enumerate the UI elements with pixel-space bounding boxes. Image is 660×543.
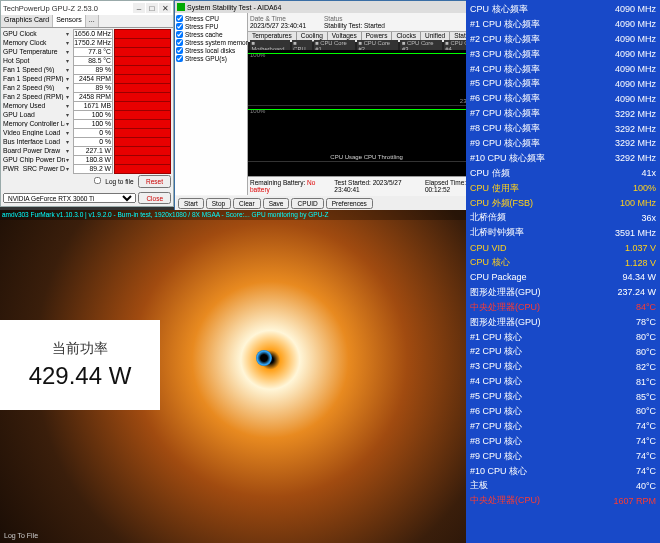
checkbox-icon[interactable]: [176, 55, 183, 62]
sensor-label: Video Engine Load: [3, 129, 65, 136]
chevron-down-icon[interactable]: ▾: [66, 93, 72, 100]
monitor-row: #8 CPU 核心频率3292 MHz: [470, 121, 656, 136]
monitor-row: #1 CPU 核心频率4090 MHz: [470, 17, 656, 32]
mon-value: 4090 MHz: [615, 19, 656, 29]
stop-button[interactable]: Stop: [206, 198, 231, 209]
chevron-down-icon[interactable]: ▾: [66, 75, 72, 82]
monitor-row: #9 CPU 核心频率3292 MHz: [470, 136, 656, 151]
monitor-row: 图形处理器(GPU)78°C: [470, 315, 656, 330]
gpuz-device-select[interactable]: NVIDIA GeForce RTX 3060 Ti: [3, 193, 136, 203]
chevron-down-icon[interactable]: ▾: [66, 48, 72, 55]
mon-value: 237.24 W: [617, 287, 656, 297]
mon-value: 80°C: [636, 347, 656, 357]
furmark-eye-icon: [256, 350, 272, 366]
gpuz-close-button[interactable]: Close: [138, 192, 171, 204]
mon-value: 3292 MHz: [615, 109, 656, 119]
stress-check[interactable]: Stress system memory: [176, 38, 246, 46]
monitor-row: 图形处理器(GPU)237.24 W: [470, 285, 656, 300]
mon-label: 北桥时钟频率: [470, 226, 524, 239]
gpuz-tabs: Graphics Card Sensors ...: [1, 15, 173, 28]
mon-value: 100 MHz: [620, 198, 656, 208]
stress-check[interactable]: Stress GPU(s): [176, 54, 246, 62]
sensor-label: PWR_SRC Power Draw: [3, 165, 65, 172]
chevron-down-icon[interactable]: ▾: [66, 147, 72, 154]
sensor-row: PWR_SRC Power Draw▾89.2 W: [3, 164, 171, 173]
mon-label: #3 CPU 核心频率: [470, 48, 540, 61]
mon-label: #1 CPU 核心: [470, 331, 522, 344]
chevron-down-icon[interactable]: ▾: [66, 57, 72, 64]
monitor-row: #2 CPU 核心80°C: [470, 344, 656, 359]
chevron-down-icon[interactable]: ▾: [66, 111, 72, 118]
mon-label: CPU 倍频: [470, 167, 510, 180]
chevron-down-icon[interactable]: ▾: [66, 120, 72, 127]
tab-sensors[interactable]: Sensors: [53, 15, 86, 27]
mon-label: #6 CPU 核心频率: [470, 92, 540, 105]
monitor-row: #7 CPU 核心频率3292 MHz: [470, 106, 656, 121]
gpuz-sensor-rows: GPU Clock▾1656.0 MHzMemory Clock▾1750.2 …: [1, 28, 173, 189]
monitor-row: #3 CPU 核心频率4090 MHz: [470, 47, 656, 62]
checkbox-icon[interactable]: [176, 15, 183, 22]
system-monitor-panel: CPU 核心频率4090 MHz#1 CPU 核心频率4090 MHz#2 CP…: [466, 0, 660, 543]
mon-value: 84°C: [636, 302, 656, 312]
maximize-icon[interactable]: □: [146, 3, 158, 13]
chevron-down-icon[interactable]: ▾: [66, 84, 72, 91]
mon-value: 4090 MHz: [615, 79, 656, 89]
cpuid-button[interactable]: CPUID: [291, 198, 323, 209]
minimize-icon[interactable]: –: [133, 3, 145, 13]
monitor-row: #7 CPU 核心74°C: [470, 419, 656, 434]
chart-legend: CPU Usage CPU Throttling: [248, 153, 485, 161]
mon-value: 3591 MHz: [615, 228, 656, 238]
mon-value: 4090 MHz: [615, 94, 656, 104]
furmark-overlay: amdv303 FurMark v1.10.3.0 | v1.9.2.0 - B…: [0, 210, 466, 220]
status-field: Test Started: 2023/5/27 23:40:41: [334, 179, 415, 193]
log-to-file-button[interactable]: Log To File: [4, 532, 38, 539]
chevron-down-icon[interactable]: ▾: [66, 138, 72, 145]
preferences-button[interactable]: Preferences: [326, 198, 373, 209]
aida-window: System Stability Test - AIDA64 Stress CP…: [174, 0, 468, 212]
stress-check[interactable]: Stress CPU: [176, 14, 246, 22]
chevron-down-icon[interactable]: ▾: [66, 156, 72, 163]
monitor-row: CPU 倍频41x: [470, 166, 656, 181]
chevron-down-icon[interactable]: ▾: [66, 39, 72, 46]
clear-button[interactable]: Clear: [233, 198, 261, 209]
mon-value: 80°C: [636, 406, 656, 416]
aida-usage-graph: 100% CPU Usage CPU Throttling: [248, 106, 485, 162]
gpuz-titlebar[interactable]: TechPowerUp GPU-Z 2.53.0 – □ ✕: [1, 1, 173, 15]
mon-value: 41x: [641, 168, 656, 178]
stress-check[interactable]: Stress FPU: [176, 22, 246, 30]
checkbox-icon[interactable]: [176, 39, 183, 46]
log-checkbox[interactable]: Log to file: [90, 178, 134, 185]
stress-check[interactable]: Stress local disks: [176, 46, 246, 54]
chevron-down-icon[interactable]: ▾: [66, 66, 72, 73]
mon-label: #7 CPU 核心频率: [470, 107, 540, 120]
mon-value: 81°C: [636, 377, 656, 387]
checkbox-icon[interactable]: [176, 23, 183, 30]
tab-more[interactable]: ...: [86, 15, 99, 27]
sensor-label: GPU Clock: [3, 30, 65, 37]
mon-value: 3292 MHz: [615, 153, 656, 163]
start-button[interactable]: Start: [178, 198, 204, 209]
mon-value: 82°C: [636, 362, 656, 372]
monitor-row: CPU 外频(FSB)100 MHz: [470, 196, 656, 211]
chevron-down-icon[interactable]: ▾: [66, 102, 72, 109]
mon-label: #10 CPU 核心频率: [470, 152, 545, 165]
gpuz-title: TechPowerUp GPU-Z 2.53.0: [3, 4, 98, 13]
mon-value: 40°C: [636, 481, 656, 491]
tab-graphics-card[interactable]: Graphics Card: [1, 15, 53, 27]
mon-label: #10 CPU 核心: [470, 465, 527, 478]
chevron-down-icon[interactable]: ▾: [66, 30, 72, 37]
aida-titlebar[interactable]: System Stability Test - AIDA64: [175, 1, 467, 13]
reset-button[interactable]: Reset: [138, 175, 171, 188]
mon-value: 94.34 W: [622, 272, 656, 282]
chevron-down-icon[interactable]: ▾: [66, 129, 72, 136]
mon-label: #6 CPU 核心: [470, 405, 522, 418]
stress-check[interactable]: Stress cache: [176, 30, 246, 38]
save-button[interactable]: Save: [263, 198, 290, 209]
sensor-label: Board Power Draw: [3, 147, 65, 154]
checkbox-icon[interactable]: [176, 31, 183, 38]
chevron-down-icon[interactable]: ▾: [66, 165, 72, 172]
monitor-row: #5 CPU 核心85°C: [470, 389, 656, 404]
close-icon[interactable]: ✕: [159, 3, 171, 13]
monitor-row: #4 CPU 核心频率4090 MHz: [470, 62, 656, 77]
checkbox-icon[interactable]: [176, 47, 183, 54]
